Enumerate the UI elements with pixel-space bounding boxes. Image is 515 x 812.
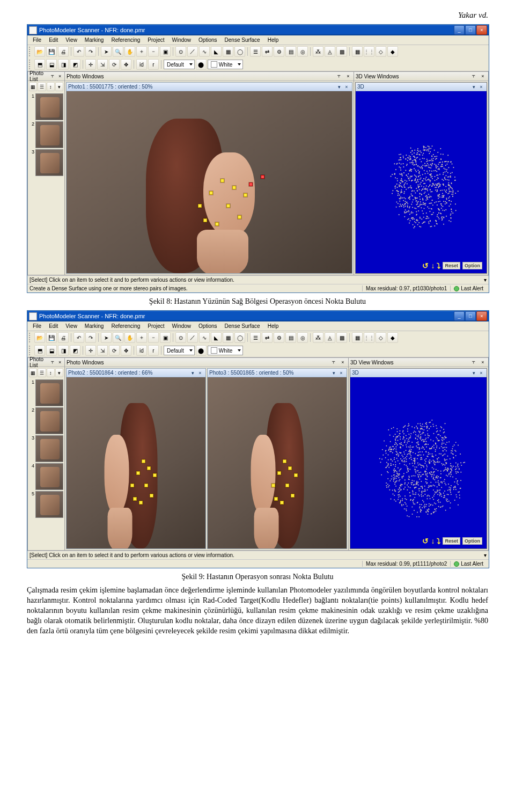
menu-help[interactable]: Help	[264, 36, 282, 43]
photo-thumb[interactable]: 1	[29, 379, 63, 406]
maximize-button[interactable]: □	[465, 25, 476, 35]
point-size-icon[interactable]: ⬤	[196, 59, 207, 70]
view-persp-icon[interactable]: ◩	[70, 59, 80, 70]
menu-dense-surface[interactable]: Dense Surface	[222, 36, 263, 43]
toolbar-grip[interactable]	[29, 333, 32, 342]
select-icon[interactable]: ➤	[101, 332, 112, 343]
print-icon[interactable]: 🖨	[58, 332, 69, 343]
select-icon[interactable]: ➤	[101, 46, 112, 57]
mesh-icon[interactable]: ◬	[325, 46, 335, 57]
mark-curve-icon[interactable]: ∿	[199, 332, 210, 343]
scale-icon[interactable]: ⇲	[97, 345, 108, 356]
fit-icon[interactable]: ▣	[160, 332, 171, 343]
close-icon[interactable]: ×	[344, 72, 352, 80]
mark-point-icon[interactable]: ⊙	[175, 332, 186, 343]
mark-point-icon[interactable]: ⊙	[175, 46, 186, 57]
close-icon[interactable]: ×	[339, 359, 347, 366]
dropdown-icon[interactable]: ▾	[484, 552, 487, 558]
reset-view-button[interactable]: Reset	[443, 262, 460, 269]
pin-icon[interactable]: ⥾	[470, 72, 477, 80]
open-icon[interactable]: 📂	[34, 46, 45, 57]
color-dropdown[interactable]: White	[208, 60, 244, 69]
dropdown-icon[interactable]: ▾	[189, 369, 196, 377]
list-view-icon[interactable]: ☰	[38, 368, 46, 377]
color-dropdown[interactable]: White	[208, 346, 244, 355]
pin-icon[interactable]: ⥾	[50, 72, 56, 80]
arrow-down-icon[interactable]: ↓	[431, 537, 435, 545]
menu-marking[interactable]: Marking	[82, 36, 107, 43]
label-id-icon[interactable]: id	[136, 59, 147, 70]
menu-view[interactable]: View	[62, 323, 80, 330]
view-front-icon[interactable]: ⬓	[46, 59, 57, 70]
save-icon[interactable]: 💾	[46, 332, 57, 343]
toggle-surf-icon[interactable]: ◆	[387, 332, 398, 343]
menu-project[interactable]: Project	[144, 323, 167, 330]
filter-icon[interactable]: ▾	[55, 368, 63, 377]
menu-help[interactable]: Help	[264, 323, 282, 330]
zoom-icon[interactable]: 🔍	[113, 332, 123, 343]
menu-view[interactable]: View	[62, 36, 80, 43]
undo-icon[interactable]: ↶	[73, 332, 84, 343]
save-icon[interactable]: 💾	[46, 46, 57, 57]
arrow-down-icon[interactable]: ↓	[431, 261, 435, 270]
close-icon[interactable]: ×	[477, 369, 485, 377]
mark-edge-icon[interactable]: ◣	[211, 332, 222, 343]
close-icon[interactable]: ×	[343, 83, 350, 91]
3d-viewport[interactable]: 3D ▾ × ↺ ↓ ⤵ Reset Op	[355, 82, 487, 274]
close-button[interactable]: ×	[476, 25, 487, 35]
process-icon[interactable]: ⚙	[274, 332, 284, 343]
close-icon[interactable]: ×	[479, 72, 487, 80]
auto-reference-icon[interactable]: ⇄	[262, 46, 273, 57]
zoom-out-icon[interactable]: －	[148, 46, 159, 57]
view-right-icon[interactable]: ◨	[58, 345, 69, 356]
style-dropdown[interactable]: Default	[164, 346, 195, 355]
arrow-rotate-icon[interactable]: ⤵	[437, 537, 440, 545]
dropdown-icon[interactable]: ▾	[484, 277, 487, 283]
texture-icon[interactable]: ▩	[336, 46, 347, 57]
orient-icon[interactable]: ◎	[297, 46, 308, 57]
close-icon[interactable]: ×	[57, 72, 63, 80]
dropdown-icon[interactable]: ▾	[330, 369, 337, 377]
menu-options[interactable]: Options	[195, 36, 220, 43]
sort-icon[interactable]: ↕	[47, 368, 55, 377]
move-icon[interactable]: ✥	[121, 345, 131, 356]
view-top-icon[interactable]: ⬒	[34, 345, 45, 356]
photo-thumb[interactable]: 5	[29, 491, 63, 518]
photo-view-2[interactable]: Photo3 : 55001865 : oriented : 50% ▾ ×	[207, 368, 347, 549]
axis-icon[interactable]: ✛	[85, 345, 96, 356]
reference-icon[interactable]: ☰	[250, 46, 261, 57]
dropdown-icon[interactable]: ▾	[470, 369, 477, 377]
axis-icon[interactable]: ✛	[85, 59, 96, 70]
dense-icon[interactable]: ⁂	[313, 46, 323, 57]
mesh-icon[interactable]: ◬	[325, 332, 335, 343]
photo-view-1[interactable]: Photo2 : 55001864 : oriented : 66% ▾ ×	[66, 368, 206, 549]
mark-cylinder-icon[interactable]: ◯	[234, 332, 245, 343]
zoom-in-icon[interactable]: ＋	[136, 332, 147, 343]
photo-thumb[interactable]: 3	[29, 149, 63, 176]
open-icon[interactable]: 📂	[34, 332, 45, 343]
rotate-left-icon[interactable]: ↺	[422, 261, 429, 270]
print-icon[interactable]: 🖨	[58, 46, 69, 57]
mark-cylinder-icon[interactable]: ◯	[234, 46, 245, 57]
label-res-icon[interactable]: r	[148, 59, 159, 70]
option-view-button[interactable]: Option	[462, 262, 482, 269]
minimize-button[interactable]: _	[454, 311, 465, 321]
minimize-button[interactable]: _	[454, 25, 465, 35]
photo-thumb[interactable]: 4	[29, 463, 63, 490]
rotate-icon[interactable]: ⟳	[109, 59, 120, 70]
mark-surface-icon[interactable]: ▦	[223, 46, 233, 57]
close-icon[interactable]: ×	[337, 369, 345, 377]
label-id-icon[interactable]: id	[136, 345, 147, 356]
toolbar-grip[interactable]	[29, 346, 32, 355]
table-icon[interactable]: ▤	[285, 332, 296, 343]
zoom-out-icon[interactable]: －	[148, 332, 159, 343]
close-button[interactable]: ×	[476, 311, 487, 321]
toggle-surf-icon[interactable]: ◆	[387, 46, 398, 57]
rotate-left-icon[interactable]: ↺	[422, 537, 429, 545]
menu-options[interactable]: Options	[195, 323, 220, 330]
close-icon[interactable]: ×	[57, 359, 63, 366]
close-icon[interactable]: ×	[196, 369, 204, 377]
close-icon[interactable]: ×	[477, 83, 485, 91]
photo-thumb[interactable]: 2	[29, 121, 63, 148]
auto-reference-icon[interactable]: ⇄	[262, 332, 273, 343]
